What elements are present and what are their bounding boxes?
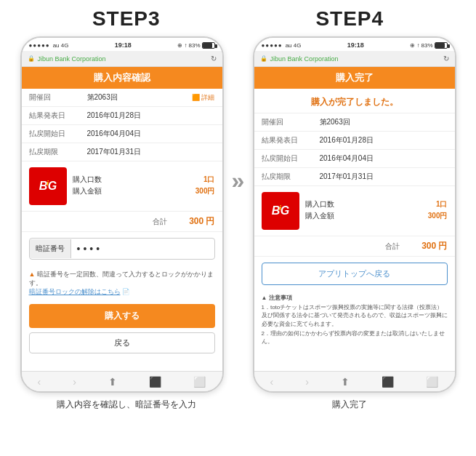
label-result4: 結果発表日: [254, 132, 312, 150]
refresh-icon-4[interactable]: ↻: [443, 55, 449, 63]
nav-share-3[interactable]: ⬆: [108, 376, 117, 388]
battery-icon-3: [202, 42, 215, 49]
pin-label: 暗証番号: [30, 239, 71, 258]
gps-3: ⊕ ↑: [177, 42, 187, 49]
label-kaisaikai: 開催回: [22, 89, 80, 107]
pin-section: 暗証番号 ••••: [22, 232, 222, 270]
value-result4: 2016年01月28日: [312, 132, 455, 150]
content-area-4: 購入が完了しました。 開催回 第2063回 結果発表日 2016年01月28日 …: [254, 89, 455, 371]
battery-pct-3: 83%: [188, 42, 200, 49]
label-kaisaikai4: 開催回: [254, 113, 312, 132]
arrow-symbol: »: [232, 167, 245, 194]
label-result: 結果発表日: [22, 107, 80, 125]
notes-section: ▲ 注意事項 1．totoチケットはスポーツ振興投票の実施等に関する法律（投票法…: [254, 291, 455, 350]
phone3-frame: ●●●●● au 4G 19:18 ⊕ ↑ 83% 🔒 Jibun Bank C…: [20, 36, 224, 393]
note-2: 2．理由の如何にかかわらず投票内容の変更または取消しはいたしません。: [262, 329, 448, 345]
step3-title: STEP3: [92, 7, 161, 31]
note-1: 1．totoチケットはスポーツ振興投票の実施等に関する法律（投票法）及び関係する…: [262, 303, 448, 328]
value-kigen: 2017年01月31日: [80, 143, 222, 161]
back-button-3[interactable]: 戻る: [29, 332, 215, 353]
table-row: 払戻期限 2017年01月31日: [254, 168, 455, 186]
signal-dots-4: ●●●●●: [262, 42, 283, 49]
value-kigen4: 2017年01月31日: [312, 168, 455, 186]
product-details-3: 購入口数 1口 購入金額 300円: [73, 175, 215, 198]
value-kaisaikai: 第2063回: [80, 89, 158, 107]
browser-bar-4: 🔒 Jibun Bank Corporation ↻: [254, 51, 455, 67]
caption-step4: 購入完了: [248, 399, 451, 411]
battery-icon-4: [435, 42, 448, 49]
time-4: 19:18: [347, 41, 364, 49]
lock-icon-3: 🔒: [28, 55, 35, 62]
value-kaisaikai4: 第2063回: [312, 113, 455, 132]
nav-back-4[interactable]: ‹: [270, 376, 274, 388]
total-row-3: 合計 300 円: [22, 212, 222, 232]
browser-bar-3: 🔒 Jibun Bank Corporation ↻: [22, 51, 222, 67]
nav-bookmark-3[interactable]: ⬛: [149, 376, 161, 388]
phone3-content: 購入内容確認 開催回 第2063回 🟧 詳細 結果発表日 2016年01月28日…: [22, 67, 222, 371]
table-row: 払戻開始日 2016年04月04日: [22, 125, 222, 143]
captions-row: 購入内容を確認し、暗証番号を入力 購入完了: [0, 393, 476, 414]
carrier-4: au 4G: [286, 42, 302, 49]
table-row: 開催回 第2063回 🟧 詳細: [22, 89, 222, 107]
step-arrow: »: [224, 167, 253, 194]
big-logo-3: BiG: [29, 167, 67, 205]
total-label-4: 合計: [385, 241, 400, 252]
table-row: 結果発表日 2016年01月28日: [254, 132, 455, 150]
table-row: 払戻開始日 2016年04月04日: [254, 150, 455, 168]
lock-icon-4: 🔒: [260, 55, 267, 62]
nav-share-4[interactable]: ⬆: [341, 376, 350, 388]
total-amount-4: 300 円: [421, 240, 447, 252]
kuchisu-value: 1口: [203, 175, 215, 185]
table-row: 結果発表日 2016年01月28日: [22, 107, 222, 125]
url-3: Jibun Bank Corporation: [38, 55, 208, 63]
battery-pct-4: 83%: [421, 42, 432, 49]
total-row-4: 合計 300 円: [254, 236, 455, 257]
browser-bottom-4: ‹ › ⬆ ⬛ ⬜: [254, 371, 455, 391]
info-table-3: 開催回 第2063回 🟧 詳細 結果発表日 2016年01月28日 払戻開始日 …: [22, 89, 222, 161]
label-kigen4: 払戻期限: [254, 168, 312, 186]
signal-dots-3: ●●●●●: [29, 42, 50, 49]
nav-back-3[interactable]: ‹: [38, 376, 41, 388]
detail-link[interactable]: 🟧 詳細: [158, 89, 222, 107]
content-area-3: 開催回 第2063回 🟧 詳細 結果発表日 2016年01月28日 払戻開始日 …: [22, 89, 222, 371]
nav-forward-4[interactable]: ›: [305, 376, 309, 388]
label-haraimodoshi4: 払戻開始日: [254, 150, 312, 168]
carrier-3: au 4G: [53, 42, 69, 49]
product-details-4: 購入口数 1口 購入金額 300円: [305, 199, 448, 223]
label-kigen: 払戻期限: [22, 143, 80, 161]
label-haraimodoshi: 払戻開始日: [22, 125, 80, 143]
browser-bottom-3: ‹ › ⬆ ⬛ ⬜: [22, 371, 222, 391]
kingaku-value4: 300円: [428, 211, 448, 221]
step4-title: STEP4: [315, 7, 384, 31]
info-table-4: 開催回 第2063回 結果発表日 2016年01月28日 払戻開始日 2016年…: [254, 113, 455, 186]
nav-tabs-3[interactable]: ⬜: [193, 376, 206, 388]
product-row-3: BiG 購入口数 1口 購入金額 300円: [22, 161, 222, 212]
nav-forward-3[interactable]: ›: [73, 376, 76, 388]
kingaku-label: 購入金額: [73, 186, 102, 196]
notes-title: ▲ 注意事項: [262, 294, 448, 302]
total-label-3: 合計: [153, 217, 167, 227]
nav-bookmark-4[interactable]: ⬛: [382, 376, 394, 388]
caption-step3: 購入内容を確認し、暗証番号を入力: [25, 399, 228, 411]
url-4: Jibun Bank Corporation: [270, 55, 440, 63]
status-bar-4: ●●●●● au 4G 19:18 ⊕ ↑ 83%: [254, 38, 455, 51]
buy-button[interactable]: 購入する: [29, 304, 215, 328]
refresh-icon-3[interactable]: ↻: [211, 55, 217, 63]
big-logo-4: BiG: [262, 192, 299, 230]
product-row-4: BiG 購入口数 1口 購入金額 300円: [254, 186, 455, 236]
kuchisu-label: 購入口数: [73, 175, 102, 185]
time-3: 19:18: [115, 41, 132, 49]
nav-tabs-4[interactable]: ⬜: [426, 376, 438, 388]
app-top-button[interactable]: アプリトップへ戻る: [262, 263, 448, 285]
gps-4: ⊕ ↑: [410, 42, 419, 49]
value-haraimodoshi: 2016年04月04日: [80, 125, 222, 143]
kingaku-label4: 購入金額: [305, 211, 334, 221]
kuchisu-value4: 1口: [436, 199, 448, 209]
pin-row[interactable]: 暗証番号 ••••: [29, 238, 215, 260]
kuchisu-label4: 購入口数: [305, 199, 334, 209]
pin-input[interactable]: ••••: [71, 239, 214, 259]
value-haraimodoshi4: 2016年04月04日: [312, 150, 455, 168]
warning-text-3: ▲ 暗証番号を一定回数、間違って入力するとロックがかかります。 暗証番号ロックの…: [22, 270, 222, 300]
warning-link-3[interactable]: 暗証番号ロックの解除はこちら: [29, 288, 121, 295]
completion-msg: 購入が完了しました。: [254, 89, 455, 113]
